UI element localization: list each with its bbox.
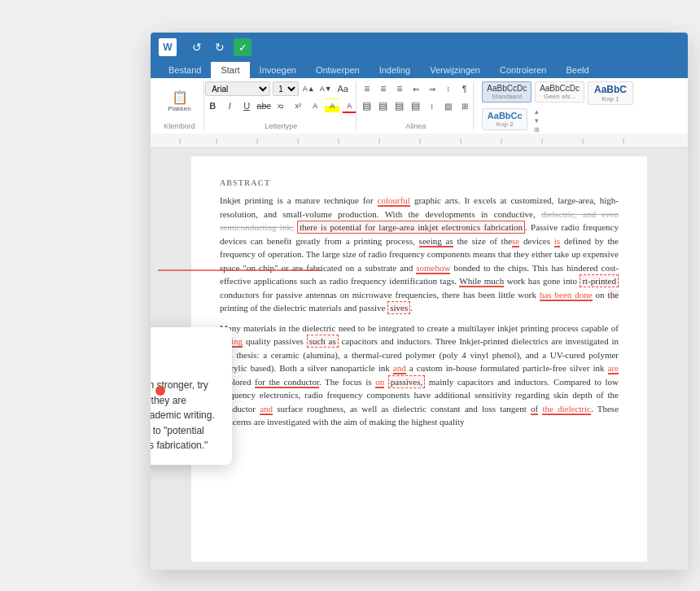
numbering-button[interactable]: ≡: [376, 81, 391, 96]
highlight-sives: sives: [387, 301, 410, 314]
borders-button[interactable]: ⊞: [457, 98, 472, 113]
style-geen-button[interactable]: AaBbCcDc Geen afs...: [535, 81, 584, 103]
text-effects-button[interactable]: A: [308, 98, 322, 113]
undo-button[interactable]: ↺: [188, 38, 206, 56]
ribbon-group-alinea: ≡ ≡ ≡ ⇐ ⇒ ↕ ¶ ▤ ▤ ▤ ▤ ↕ ▨ ⊞ Al: [358, 81, 474, 130]
highlight-and2: and: [393, 363, 406, 374]
highlight-and3: and: [260, 404, 273, 415]
underline-for-the: for the conductor: [255, 377, 319, 388]
alinea-label: Alinea: [405, 120, 426, 130]
ribbon-content: 📋 Plakken Klembord Arial 10 A▲ A▼ Aa: [151, 78, 688, 134]
highlight-has-been-done: has been done: [540, 290, 593, 301]
abstract-title: ABSTRACT: [220, 177, 619, 189]
ribbon-group-stijlen: AaBbCcDc Standaard AaBbCcDc Geen afs... …: [475, 81, 683, 130]
underline-of: of: [531, 404, 538, 415]
ribbon-group-klembord: 📋 Plakken Klembord: [155, 81, 204, 130]
lettertype-label: Lettertype: [265, 120, 297, 130]
save-button[interactable]: ✓: [234, 38, 252, 56]
tab-controleren[interactable]: Controleren: [490, 62, 556, 78]
shading-button[interactable]: ▨: [441, 98, 456, 113]
word-window: W ↺ ↻ ✓ Bestand Start Invoegen Ontwerpen…: [151, 33, 688, 570]
multilevel-button[interactable]: ≡: [392, 81, 407, 96]
clear-format-button[interactable]: Aa: [335, 81, 350, 96]
highlight-button[interactable]: A: [325, 98, 339, 113]
ribbon-group-lettertype: Arial 10 A▲ A▼ Aa B I U abc x₂ x² A: [206, 81, 357, 130]
align-left-button[interactable]: ▤: [360, 98, 374, 113]
style-standard-button[interactable]: AaBbCcDc Standaard: [482, 81, 532, 103]
align-center-button[interactable]: ▤: [376, 98, 391, 113]
doc-page: ABSTRACT Inkjet printing is a mature tec…: [191, 156, 647, 562]
bold-button[interactable]: B: [205, 98, 220, 113]
highlight-colourful: colourful: [378, 195, 410, 207]
indent-button[interactable]: ⇒: [425, 81, 440, 96]
italic-button[interactable]: I: [222, 98, 237, 113]
line-spacing-button[interactable]: ↕: [425, 98, 440, 113]
tab-verwijzingen[interactable]: Verwijzingen: [420, 62, 490, 78]
justify-button[interactable]: ▤: [409, 98, 423, 113]
highlighted-phrase: there is potential for large-area inkjet…: [297, 221, 525, 234]
subscript-button[interactable]: x₂: [273, 98, 288, 113]
tab-indeling[interactable]: Indeling: [370, 62, 421, 78]
underline-seeing: seeing as: [419, 236, 453, 247]
paragraph-2: Many materials in the dielectric need to…: [220, 322, 619, 429]
title-bar: W ↺ ↻ ✓: [151, 33, 688, 62]
redo-button[interactable]: ↻: [211, 38, 229, 56]
font-shrink-button[interactable]: A▼: [318, 81, 333, 96]
align-right-button[interactable]: ▤: [392, 98, 407, 113]
highlight-such-as: such as: [307, 335, 339, 348]
tab-invoegen[interactable]: Invoegen: [250, 62, 306, 78]
highlight-these: se: [512, 236, 519, 247]
title-bar-controls: ↺ ↻ ✓: [188, 38, 252, 56]
style-kop1-button[interactable]: AaBbC Kop 1: [588, 81, 633, 105]
tab-beeld[interactable]: Beeld: [556, 62, 598, 78]
word-icon: W: [159, 38, 177, 56]
show-formatting-button[interactable]: ¶: [457, 81, 472, 96]
ruler: | | | | | | | | | | | |: [151, 134, 688, 148]
highlight-the-dielectric: the dielectric: [542, 404, 591, 415]
font-color-button[interactable]: A: [342, 98, 357, 113]
tab-start[interactable]: Start: [211, 62, 249, 78]
klembord-label: Klembord: [164, 120, 195, 130]
paste-button[interactable]: 📋 Plakken: [164, 88, 194, 114]
annotation-header: Shane - Scribbr-editor: [151, 339, 219, 370]
style-kop2-button[interactable]: AaBbCc Kop 2: [482, 108, 527, 130]
strikethrough-button[interactable]: abc: [256, 98, 271, 113]
underline-while-much: While much: [459, 276, 504, 287]
outdent-button[interactable]: ⇐: [409, 81, 423, 96]
red-dot-connector: [155, 386, 165, 396]
highlight-printed: rt-printed: [580, 274, 619, 287]
font-family-select[interactable]: Arial: [205, 81, 270, 96]
highlight-are: are: [608, 363, 619, 374]
bullets-button[interactable]: ≡: [360, 81, 374, 96]
font-size-select[interactable]: 10: [273, 81, 299, 96]
tab-bestand[interactable]: Bestand: [159, 62, 211, 78]
highlight-the: the: [608, 290, 619, 300]
styles-scroll-button[interactable]: ▲ ▼ ⊞: [531, 108, 542, 134]
highlight-is: is: [554, 236, 560, 247]
font-grow-button[interactable]: A▲: [301, 81, 316, 96]
annotation-popup: Shane - Scribbr-editor If you want to ma…: [151, 327, 232, 465]
underline-button[interactable]: U: [239, 98, 254, 113]
sort-button[interactable]: ↕: [441, 81, 456, 96]
paragraph-1: Inkjet printing is a mature technique fo…: [220, 194, 619, 315]
tab-ontwerpen[interactable]: Ontwerpen: [306, 62, 370, 78]
doc-content: ABSTRACT Inkjet printing is a mature tec…: [151, 148, 688, 570]
highlight-on: on: [375, 377, 384, 388]
highlight-passives: passives,: [388, 375, 425, 388]
highlight-somehow: somehow: [416, 263, 450, 274]
superscript-button[interactable]: x²: [291, 98, 305, 113]
ribbon-tabs: Bestand Start Invoegen Ontwerpen Indelin…: [151, 62, 688, 78]
